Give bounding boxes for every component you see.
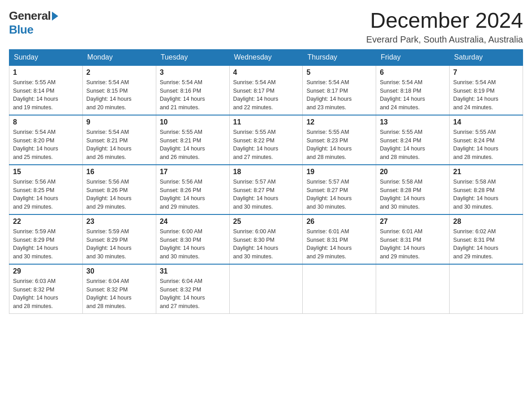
day-number: 24: [160, 218, 226, 226]
day-number: 18: [233, 168, 299, 176]
calendar-cell: 10 Sunrise: 5:55 AM Sunset: 8:21 PM Dayl…: [156, 115, 229, 165]
day-number: 28: [453, 218, 519, 226]
calendar-cell: [376, 264, 450, 314]
calendar-cell: 3 Sunrise: 5:54 AM Sunset: 8:16 PM Dayli…: [156, 65, 229, 115]
calendar-cell: 16 Sunrise: 5:56 AM Sunset: 8:26 PM Dayl…: [82, 165, 156, 214]
day-number: 6: [380, 68, 446, 77]
day-info: Sunrise: 5:55 AM Sunset: 8:24 PM Dayligh…: [380, 128, 446, 162]
calendar-cell: 28 Sunrise: 6:02 AM Sunset: 8:31 PM Dayl…: [450, 214, 523, 264]
calendar-cell: 4 Sunrise: 5:54 AM Sunset: 8:17 PM Dayli…: [229, 65, 303, 115]
page-header: General Blue December 2024 Everard Park,…: [9, 9, 523, 45]
calendar-cell: 1 Sunrise: 5:55 AM Sunset: 8:14 PM Dayli…: [9, 65, 83, 115]
calendar-cell: 24 Sunrise: 6:00 AM Sunset: 8:30 PM Dayl…: [156, 214, 229, 264]
weekday-header-sunday: Sunday: [9, 49, 83, 65]
calendar-cell: 6 Sunrise: 5:54 AM Sunset: 8:18 PM Dayli…: [376, 65, 450, 115]
day-info: Sunrise: 5:58 AM Sunset: 8:28 PM Dayligh…: [453, 178, 519, 211]
day-info: Sunrise: 5:59 AM Sunset: 8:29 PM Dayligh…: [13, 227, 79, 261]
calendar-cell: 15 Sunrise: 5:56 AM Sunset: 8:25 PM Dayl…: [9, 165, 83, 214]
title-block: December 2024 Everard Park, South Austra…: [366, 9, 523, 45]
day-number: 1: [13, 68, 79, 77]
calendar-cell: 23 Sunrise: 5:59 AM Sunset: 8:29 PM Dayl…: [82, 214, 156, 264]
day-info: Sunrise: 5:54 AM Sunset: 8:17 PM Dayligh…: [306, 78, 372, 112]
day-info: Sunrise: 5:57 AM Sunset: 8:27 PM Dayligh…: [233, 178, 299, 211]
day-info: Sunrise: 5:54 AM Sunset: 8:17 PM Dayligh…: [233, 78, 299, 112]
day-info: Sunrise: 6:04 AM Sunset: 8:32 PM Dayligh…: [86, 277, 152, 311]
calendar-cell: 22 Sunrise: 5:59 AM Sunset: 8:29 PM Dayl…: [9, 214, 83, 264]
calendar-cell: 20 Sunrise: 5:58 AM Sunset: 8:28 PM Dayl…: [376, 165, 450, 214]
day-number: 7: [453, 68, 519, 77]
day-number: 19: [306, 168, 372, 176]
day-info: Sunrise: 5:56 AM Sunset: 8:26 PM Dayligh…: [160, 178, 226, 211]
day-number: 26: [306, 218, 372, 226]
day-number: 11: [233, 118, 299, 126]
day-number: 13: [380, 118, 446, 126]
calendar-cell: 30 Sunrise: 6:04 AM Sunset: 8:32 PM Dayl…: [82, 264, 156, 314]
day-info: Sunrise: 5:54 AM Sunset: 8:15 PM Dayligh…: [86, 78, 152, 112]
day-number: 8: [13, 118, 79, 126]
day-info: Sunrise: 5:55 AM Sunset: 8:21 PM Dayligh…: [160, 128, 226, 162]
weekday-header-thursday: Thursday: [303, 49, 376, 65]
day-info: Sunrise: 6:01 AM Sunset: 8:31 PM Dayligh…: [306, 227, 372, 261]
day-info: Sunrise: 5:54 AM Sunset: 8:20 PM Dayligh…: [13, 128, 79, 162]
day-info: Sunrise: 5:55 AM Sunset: 8:24 PM Dayligh…: [453, 128, 519, 162]
weekday-header-wednesday: Wednesday: [229, 49, 303, 65]
day-number: 15: [13, 168, 79, 176]
calendar-cell: 17 Sunrise: 5:56 AM Sunset: 8:26 PM Dayl…: [156, 165, 229, 214]
weekday-header-saturday: Saturday: [450, 49, 523, 65]
day-info: Sunrise: 6:03 AM Sunset: 8:32 PM Dayligh…: [13, 277, 79, 311]
calendar-table: SundayMondayTuesdayWednesdayThursdayFrid…: [9, 49, 523, 314]
day-number: 20: [380, 168, 446, 176]
logo-arrow-icon: [52, 12, 58, 21]
calendar-cell: 27 Sunrise: 6:01 AM Sunset: 8:31 PM Dayl…: [376, 214, 450, 264]
calendar-week-5: 29 Sunrise: 6:03 AM Sunset: 8:32 PM Dayl…: [9, 264, 523, 314]
calendar-cell: 26 Sunrise: 6:01 AM Sunset: 8:31 PM Dayl…: [303, 214, 376, 264]
day-info: Sunrise: 5:54 AM Sunset: 8:21 PM Dayligh…: [86, 128, 152, 162]
day-number: 2: [86, 68, 152, 77]
calendar-cell: 14 Sunrise: 5:55 AM Sunset: 8:24 PM Dayl…: [450, 115, 523, 165]
weekday-header-tuesday: Tuesday: [156, 49, 229, 65]
calendar-week-3: 15 Sunrise: 5:56 AM Sunset: 8:25 PM Dayl…: [9, 165, 523, 214]
day-info: Sunrise: 6:00 AM Sunset: 8:30 PM Dayligh…: [160, 227, 226, 261]
calendar-cell: 5 Sunrise: 5:54 AM Sunset: 8:17 PM Dayli…: [303, 65, 376, 115]
day-info: Sunrise: 5:54 AM Sunset: 8:16 PM Dayligh…: [160, 78, 226, 112]
day-info: Sunrise: 5:58 AM Sunset: 8:28 PM Dayligh…: [380, 178, 446, 211]
logo-blue: Blue: [9, 23, 33, 37]
day-number: 9: [86, 118, 152, 126]
day-number: 21: [453, 168, 519, 176]
calendar-cell: [229, 264, 303, 314]
weekday-header-row: SundayMondayTuesdayWednesdayThursdayFrid…: [9, 49, 523, 65]
calendar-cell: [450, 264, 523, 314]
day-info: Sunrise: 5:56 AM Sunset: 8:26 PM Dayligh…: [86, 178, 152, 211]
day-number: 10: [160, 118, 226, 126]
calendar-cell: 21 Sunrise: 5:58 AM Sunset: 8:28 PM Dayl…: [450, 165, 523, 214]
day-info: Sunrise: 5:55 AM Sunset: 8:14 PM Dayligh…: [13, 78, 79, 112]
calendar-cell: 19 Sunrise: 5:57 AM Sunset: 8:27 PM Dayl…: [303, 165, 376, 214]
calendar-week-2: 8 Sunrise: 5:54 AM Sunset: 8:20 PM Dayli…: [9, 115, 523, 165]
day-number: 31: [160, 267, 226, 275]
calendar-cell: 7 Sunrise: 5:54 AM Sunset: 8:19 PM Dayli…: [450, 65, 523, 115]
day-info: Sunrise: 5:57 AM Sunset: 8:27 PM Dayligh…: [306, 178, 372, 211]
day-number: 25: [233, 218, 299, 226]
calendar-cell: 11 Sunrise: 5:55 AM Sunset: 8:22 PM Dayl…: [229, 115, 303, 165]
day-number: 22: [13, 218, 79, 226]
weekday-header-monday: Monday: [82, 49, 156, 65]
calendar-cell: 2 Sunrise: 5:54 AM Sunset: 8:15 PM Dayli…: [82, 65, 156, 115]
day-number: 14: [453, 118, 519, 126]
day-number: 27: [380, 218, 446, 226]
day-number: 5: [306, 68, 372, 77]
day-number: 4: [233, 68, 299, 77]
day-info: Sunrise: 5:54 AM Sunset: 8:19 PM Dayligh…: [453, 78, 519, 112]
day-info: Sunrise: 5:56 AM Sunset: 8:25 PM Dayligh…: [13, 178, 79, 211]
day-info: Sunrise: 6:00 AM Sunset: 8:30 PM Dayligh…: [233, 227, 299, 261]
day-info: Sunrise: 5:55 AM Sunset: 8:22 PM Dayligh…: [233, 128, 299, 162]
calendar-cell: 13 Sunrise: 5:55 AM Sunset: 8:24 PM Dayl…: [376, 115, 450, 165]
month-title: December 2024: [366, 9, 523, 33]
calendar-week-1: 1 Sunrise: 5:55 AM Sunset: 8:14 PM Dayli…: [9, 65, 523, 115]
day-number: 3: [160, 68, 226, 77]
day-number: 23: [86, 218, 152, 226]
day-info: Sunrise: 6:01 AM Sunset: 8:31 PM Dayligh…: [380, 227, 446, 261]
location-subtitle: Everard Park, South Australia, Australia: [366, 34, 523, 45]
logo-general: General: [9, 9, 51, 23]
day-info: Sunrise: 6:04 AM Sunset: 8:32 PM Dayligh…: [160, 277, 226, 311]
calendar-cell: [303, 264, 376, 314]
